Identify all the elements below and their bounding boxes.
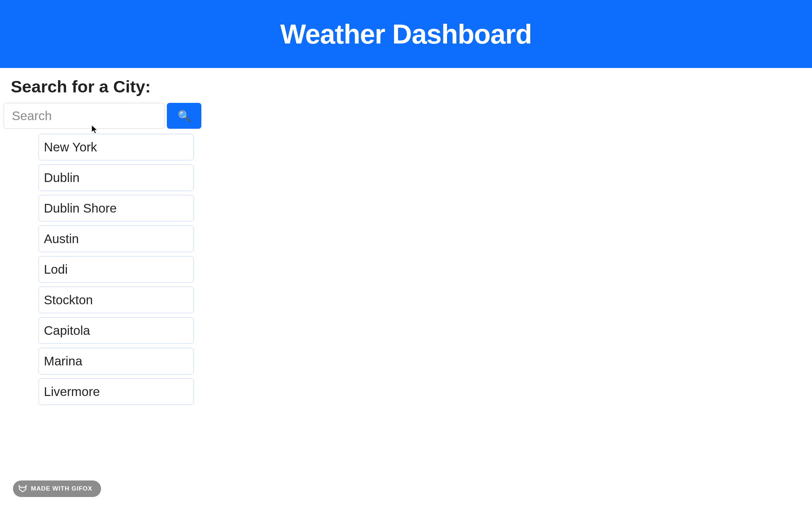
search-input[interactable] — [4, 103, 165, 129]
app-header: Weather Dashboard — [0, 0, 812, 68]
search-label: Search for a City: — [11, 77, 211, 96]
gifox-watermark: MADE WITH GIFOX — [13, 480, 101, 497]
city-item[interactable]: Capitola — [38, 317, 194, 344]
fox-icon — [18, 484, 27, 493]
search-icon: 🔍 — [178, 110, 191, 122]
page-title: Weather Dashboard — [280, 18, 532, 50]
search-sidebar: Search for a City: 🔍 New YorkDublinDubli… — [0, 68, 216, 405]
watermark-text: MADE WITH GIFOX — [31, 485, 92, 492]
city-item[interactable]: Dublin Shore — [38, 195, 194, 222]
city-history-list: New YorkDublinDublin ShoreAustinLodiStoc… — [38, 134, 211, 405]
city-item[interactable]: New York — [38, 134, 194, 160]
city-item[interactable]: Austin — [38, 225, 194, 252]
city-item[interactable]: Stockton — [38, 287, 194, 313]
city-item[interactable]: Marina — [38, 348, 194, 374]
city-item[interactable]: Lodi — [38, 256, 194, 283]
search-button[interactable]: 🔍 — [167, 103, 201, 129]
search-row: 🔍 — [4, 103, 211, 129]
city-item[interactable]: Livermore — [38, 378, 194, 405]
city-item[interactable]: Dublin — [38, 164, 194, 191]
